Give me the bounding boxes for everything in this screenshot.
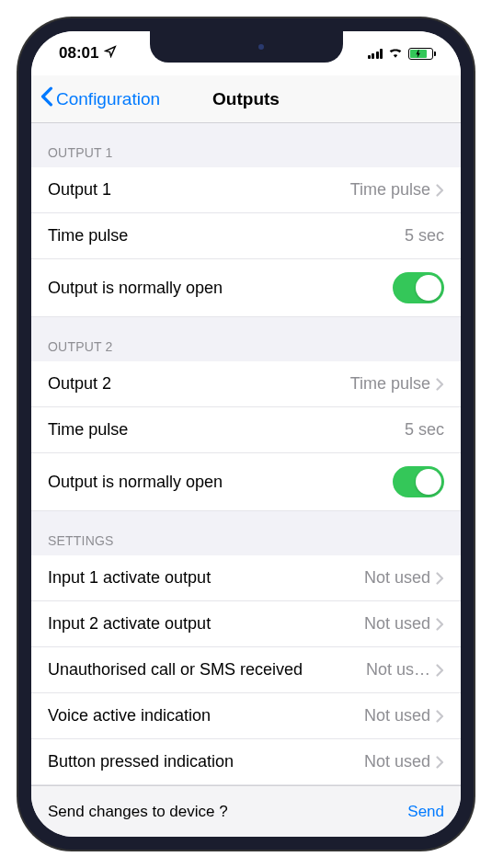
chevron-right-icon bbox=[436, 756, 444, 769]
output2-normallyopen-toggle[interactable] bbox=[393, 466, 444, 497]
cell-value: Time pulse bbox=[350, 374, 430, 394]
output2-mode-row[interactable]: Output 2 Time pulse bbox=[31, 361, 461, 407]
chevron-right-icon bbox=[436, 664, 444, 677]
section-header-output1: OUTPUT 1 bbox=[31, 123, 461, 167]
cell-value: Not used bbox=[364, 752, 430, 771]
chevron-right-icon bbox=[436, 710, 444, 723]
phone-screen: 08:01 bbox=[31, 31, 461, 837]
cell-label: Unauthorised call or SMS received bbox=[48, 660, 366, 680]
chevron-right-icon bbox=[436, 572, 444, 585]
status-time: 08:01 bbox=[59, 44, 98, 63]
chevron-left-icon bbox=[40, 86, 53, 111]
cell-label: Output 1 bbox=[48, 180, 350, 200]
cell-label: Time pulse bbox=[48, 420, 405, 440]
cell-value: Not used bbox=[364, 706, 430, 725]
back-button[interactable]: Configuration bbox=[40, 86, 160, 111]
settings-input1-row[interactable]: Input 1 activate output Not used bbox=[31, 555, 461, 601]
send-button[interactable]: Send bbox=[407, 803, 444, 821]
output1-normallyopen-row: Output is normally open bbox=[31, 259, 461, 317]
cell-label: Button pressed indication bbox=[48, 752, 364, 771]
nav-bar: Configuration Outputs bbox=[31, 75, 461, 123]
cell-value: 5 sec bbox=[405, 226, 444, 246]
cell-value: Not us… bbox=[366, 660, 430, 680]
settings-input2-row[interactable]: Input 2 activate output Not used bbox=[31, 601, 461, 647]
chevron-right-icon bbox=[436, 618, 444, 631]
cell-label: Output 2 bbox=[48, 374, 350, 394]
chevron-right-icon bbox=[436, 378, 444, 391]
notch bbox=[150, 31, 343, 63]
settings-voice-row[interactable]: Voice active indication Not used bbox=[31, 693, 461, 739]
phone-frame: 08:01 bbox=[18, 18, 474, 850]
signal-icon bbox=[368, 48, 383, 59]
output2-timepulse-row[interactable]: Time pulse 5 sec bbox=[31, 407, 461, 453]
settings-button-row[interactable]: Button pressed indication Not used bbox=[31, 739, 461, 785]
output1-timepulse-row[interactable]: Time pulse 5 sec bbox=[31, 213, 461, 259]
output2-normallyopen-row: Output is normally open bbox=[31, 453, 461, 511]
cell-value: 5 sec bbox=[405, 420, 444, 440]
cell-value: Time pulse bbox=[350, 180, 430, 200]
cell-value: Not used bbox=[364, 568, 430, 588]
battery-icon bbox=[408, 48, 433, 60]
cell-label: Input 1 activate output bbox=[48, 568, 364, 588]
section-header-settings: SETTINGS bbox=[31, 511, 461, 555]
cell-label: Time pulse bbox=[48, 226, 405, 246]
cell-label: Voice active indication bbox=[48, 706, 364, 725]
output1-mode-row[interactable]: Output 1 Time pulse bbox=[31, 167, 461, 213]
cell-label: Output is normally open bbox=[48, 279, 393, 298]
content-scroll[interactable]: OUTPUT 1 Output 1 Time pulse Time pulse … bbox=[31, 123, 461, 837]
output1-normallyopen-toggle[interactable] bbox=[393, 272, 444, 303]
section-header-output2: OUTPUT 2 bbox=[31, 317, 461, 361]
cell-label: Input 2 activate output bbox=[48, 614, 364, 634]
cell-value: Not used bbox=[364, 614, 430, 634]
cell-label: Output is normally open bbox=[48, 473, 393, 492]
chevron-right-icon bbox=[436, 184, 444, 197]
wifi-icon bbox=[387, 44, 404, 63]
location-icon bbox=[104, 44, 117, 63]
page-title: Outputs bbox=[212, 89, 280, 109]
settings-unauth-row[interactable]: Unauthorised call or SMS received Not us… bbox=[31, 647, 461, 693]
back-label: Configuration bbox=[56, 89, 160, 109]
footer-prompt: Send changes to device ? bbox=[48, 803, 228, 821]
footer-bar: Send changes to device ? Send bbox=[31, 785, 461, 837]
